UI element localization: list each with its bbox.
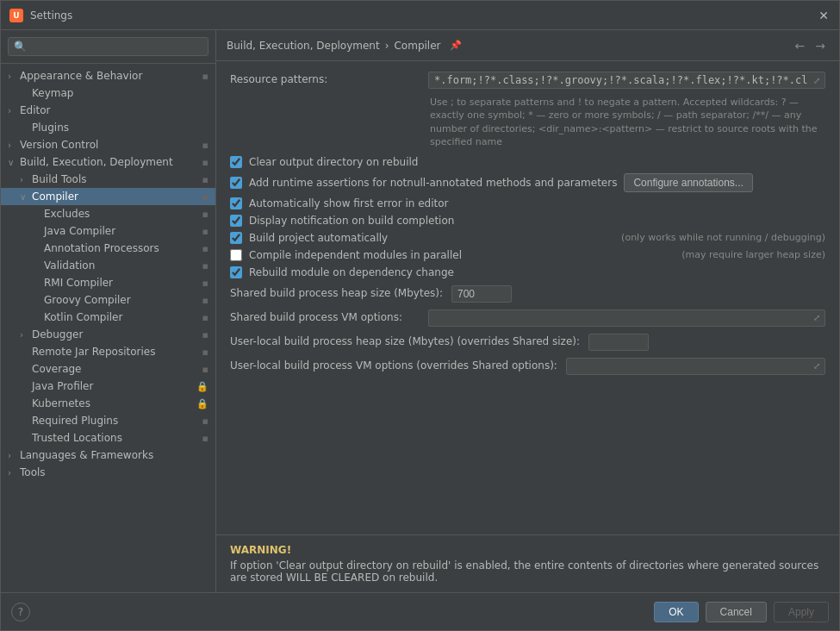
- sidebar-item-label: Version Control: [20, 139, 199, 151]
- sidebar-item-rmi-compiler[interactable]: RMI Compiler ▪: [1, 274, 215, 291]
- warning-text: If option 'Clear output directory on reb…: [230, 559, 825, 584]
- warning-box: WARNING! If option 'Clear output directo…: [216, 534, 839, 592]
- ok-button[interactable]: OK: [654, 602, 698, 622]
- dialog-body: › Appearance & Behavior ▪ Keymap › Edito…: [1, 30, 839, 592]
- sidebar-item-java-profiler[interactable]: Java Profiler 🔒: [1, 378, 215, 395]
- chevron-icon: ›: [8, 106, 20, 116]
- separator-icon: ▪: [202, 209, 208, 220]
- sidebar-item-build-execution-deployment[interactable]: ∨ Build, Execution, Deployment ▪: [1, 153, 215, 171]
- sidebar-item-java-compiler[interactable]: Java Compiler ▪: [1, 222, 215, 240]
- runtime-assertions-label: Add runtime assertions for notnull-annot…: [249, 177, 617, 189]
- separator-icon: ▪: [202, 243, 208, 254]
- resource-patterns-label: Resource patterns:: [230, 72, 420, 85]
- cancel-button[interactable]: Cancel: [706, 602, 767, 622]
- shared-heap-label: Shared build process heap size (Mbytes):: [230, 285, 443, 299]
- chevron-icon: ›: [8, 72, 20, 81]
- lock-icon: 🔒: [196, 398, 208, 409]
- breadcrumb-bar: Build, Execution, Deployment › Compiler …: [216, 30, 839, 61]
- sidebar-item-keymap[interactable]: Keymap: [1, 84, 215, 102]
- chevron-icon: ›: [8, 141, 20, 150]
- shared-vm-label: Shared build process VM options:: [230, 309, 420, 323]
- separator-icon: ▪: [202, 364, 208, 375]
- window-title: Settings: [30, 9, 817, 22]
- user-vm-input[interactable]: [566, 358, 825, 375]
- rebuild-module-checkbox[interactable]: [230, 266, 242, 278]
- clear-output-label: Clear output directory on rebuild: [249, 156, 418, 168]
- sidebar-item-excludes[interactable]: Excludes ▪: [1, 205, 215, 222]
- clear-output-row: Clear output directory on rebuild: [230, 156, 825, 168]
- sidebar-item-groovy-compiler[interactable]: Groovy Compiler ▪: [1, 291, 215, 309]
- parallel-modules-row: Compile independent modules in parallel …: [230, 249, 825, 261]
- sidebar-item-build-tools[interactable]: › Build Tools ▪: [1, 171, 215, 188]
- sidebar-item-annotation-processors[interactable]: Annotation Processors ▪: [1, 240, 215, 257]
- sidebar-item-label: Keymap: [32, 87, 208, 99]
- sidebar-item-label: Build, Execution, Deployment: [20, 156, 199, 168]
- parallel-modules-checkbox[interactable]: [230, 249, 242, 261]
- back-button[interactable]: ←: [792, 37, 809, 54]
- help-button[interactable]: ?: [11, 603, 30, 622]
- sidebar-item-label: Appearance & Behavior: [20, 70, 199, 82]
- sidebar-item-editor[interactable]: › Editor: [1, 102, 215, 119]
- sidebar-item-kubernetes[interactable]: Kubernetes 🔒: [1, 395, 215, 412]
- sidebar-item-plugins[interactable]: Plugins: [1, 119, 215, 136]
- build-auto-row: Build project automatically (only works …: [230, 232, 825, 244]
- sidebar-item-label: Debugger: [32, 328, 199, 340]
- display-notification-checkbox[interactable]: [230, 215, 242, 227]
- expand-icon[interactable]: ⤢: [810, 359, 824, 373]
- sidebar-item-remote-jar-repositories[interactable]: Remote Jar Repositories ▪: [1, 343, 215, 360]
- auto-show-error-row: Automatically show first error in editor: [230, 197, 825, 209]
- title-bar: U Settings ✕: [1, 1, 839, 30]
- build-auto-checkbox[interactable]: [230, 232, 242, 244]
- breadcrumb-build: Build, Execution, Deployment: [227, 40, 380, 52]
- content-panel: Resource patterns: ⤢ Use ; to separate p…: [216, 61, 839, 534]
- apply-button[interactable]: Apply: [774, 602, 829, 622]
- close-button[interactable]: ✕: [817, 9, 831, 22]
- chevron-icon: ›: [20, 175, 32, 184]
- rebuild-module-label: Rebuild module on dependency change: [249, 266, 454, 278]
- display-notification-row: Display notification on build completion: [230, 215, 825, 227]
- sidebar-item-label: Trusted Locations: [32, 432, 199, 444]
- sidebar-item-label: Java Profiler: [32, 380, 193, 392]
- clear-output-checkbox[interactable]: [230, 156, 242, 168]
- sidebar-item-kotlin-compiler[interactable]: Kotlin Compiler ▪: [1, 309, 215, 326]
- shared-vm-row: Shared build process VM options: ⤢: [230, 309, 825, 327]
- user-heap-input[interactable]: [588, 334, 649, 351]
- forward-button[interactable]: →: [812, 37, 829, 54]
- sidebar-item-trusted-locations[interactable]: Trusted Locations ▪: [1, 429, 215, 447]
- shared-heap-input[interactable]: [451, 285, 512, 303]
- sidebar-item-required-plugins[interactable]: Required Plugins ▪: [1, 412, 215, 429]
- sidebar-item-label: Required Plugins: [32, 415, 199, 427]
- breadcrumb-compiler: Compiler: [394, 40, 440, 52]
- sidebar-item-version-control[interactable]: › Version Control ▪: [1, 136, 215, 153]
- expand-icon[interactable]: ⤢: [810, 311, 824, 325]
- separator-icon: ▪: [202, 329, 208, 340]
- footer-left: ?: [11, 603, 30, 622]
- runtime-assertions-checkbox[interactable]: [230, 177, 242, 189]
- app-icon: U: [9, 9, 23, 22]
- sidebar-item-label: Compiler: [32, 191, 199, 203]
- breadcrumb: Build, Execution, Deployment › Compiler …: [227, 40, 462, 52]
- sidebar-item-appearance-behavior[interactable]: › Appearance & Behavior ▪: [1, 67, 215, 84]
- sidebar-item-languages-frameworks[interactable]: › Languages & Frameworks: [1, 447, 215, 464]
- sidebar-item-label: Plugins: [32, 122, 208, 134]
- pin-icon: 📌: [450, 40, 462, 51]
- sidebar-item-compiler[interactable]: ∨ Compiler ▪: [1, 188, 215, 205]
- sidebar-item-coverage[interactable]: Coverage ▪: [1, 360, 215, 378]
- expand-icon[interactable]: ⤢: [810, 73, 824, 87]
- footer-right: OK Cancel Apply: [654, 602, 829, 622]
- chevron-icon: ›: [8, 451, 20, 460]
- resource-patterns-input[interactable]: [428, 72, 825, 89]
- sidebar-item-tools[interactable]: › Tools: [1, 464, 215, 481]
- sidebar-item-label: Kotlin Compiler: [44, 311, 199, 323]
- sidebar-item-label: Validation: [44, 259, 199, 272]
- search-input[interactable]: [8, 37, 208, 56]
- auto-show-error-checkbox[interactable]: [230, 197, 242, 209]
- sidebar-item-debugger[interactable]: › Debugger ▪: [1, 326, 215, 343]
- configure-annotations-button[interactable]: Configure annotations...: [624, 173, 752, 192]
- dialog-footer: ? OK Cancel Apply: [1, 592, 839, 630]
- breadcrumb-actions: ← →: [792, 37, 829, 54]
- warning-title: WARNING!: [230, 544, 825, 556]
- sidebar-item-label: Languages & Frameworks: [20, 449, 208, 461]
- sidebar-item-validation[interactable]: Validation ▪: [1, 257, 215, 274]
- shared-vm-input[interactable]: [428, 309, 825, 327]
